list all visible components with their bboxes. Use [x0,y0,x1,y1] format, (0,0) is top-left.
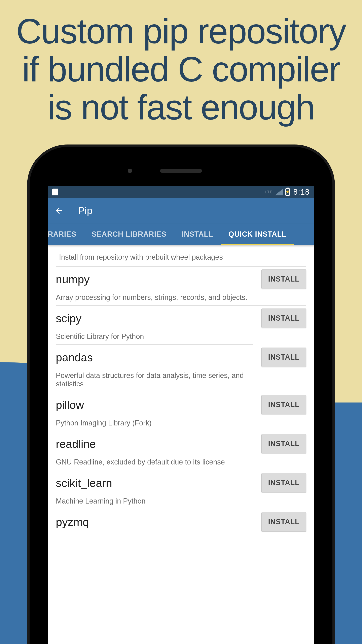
content-area: Install from repository with prebuilt wh… [48,245,314,532]
phone-screen: LTE ⚡ 8:18 Pip RARIES SEARCH LI [48,186,314,644]
package-description: Machine Learning in Python [56,492,253,509]
package-description: GNU Readline, excluded by default due to… [56,454,306,470]
install-button[interactable]: INSTALL [261,308,306,328]
signal-icon [275,188,283,196]
list-item: numpy INSTALL [56,267,306,289]
page-title: Pip [78,205,92,216]
list-item: readline INSTALL [56,431,306,454]
tab-libraries[interactable]: RARIES [48,224,84,245]
back-button[interactable] [54,206,64,216]
list-item: pandas INSTALL [56,345,306,367]
promo-line-3: is not fast enough [0,88,362,126]
tab-bar: RARIES SEARCH LIBRARIES INSTALL QUICK IN… [48,224,314,245]
status-bar: LTE ⚡ 8:18 [48,186,314,198]
phone-earpiece [160,169,202,173]
package-name: pyzmq [56,516,89,528]
install-button[interactable]: INSTALL [261,473,306,492]
list-item: scipy INSTALL [56,306,306,328]
list-item: scikit_learn INSTALL [56,470,306,492]
sd-card-icon [52,188,58,196]
install-button[interactable]: INSTALL [261,348,306,367]
status-time: 8:18 [293,188,310,196]
install-button[interactable]: INSTALL [261,395,306,414]
install-button[interactable]: INSTALL [261,434,306,454]
package-name: pillow [56,398,84,411]
phone-frame: LTE ⚡ 8:18 Pip RARIES SEARCH LI [27,144,335,644]
tab-search-libraries[interactable]: SEARCH LIBRARIES [84,224,174,245]
package-name: numpy [56,273,90,286]
package-name: scipy [56,312,82,325]
arrow-left-icon [54,206,64,216]
tab-quick-install[interactable]: QUICK INSTALL [221,224,294,245]
battery-icon: ⚡ [285,188,290,196]
install-button[interactable]: INSTALL [261,270,306,289]
package-name: scikit_learn [56,476,112,490]
charging-icon: ⚡ [285,190,290,194]
package-description: Powerful data structures for data analys… [56,367,253,392]
promo-line-2: if bundled C compiler [0,50,362,88]
list-item: pyzmq INSTALL [56,509,306,532]
promo-line-1: Custom pip repository [0,12,362,50]
package-name: readline [56,437,96,450]
app-bar: Pip [48,198,314,224]
phone-sensor [128,169,132,173]
intro-text: Install from repository with prebuilt wh… [56,251,306,267]
list-item: pillow INSTALL [56,392,306,414]
promo-headline: Custom pip repository if bundled C compi… [0,12,362,126]
package-description: Scientific Library for Python [56,328,253,345]
package-name: pandas [56,351,93,364]
package-description: Python Imaging Library (Fork) [56,414,253,431]
package-description: Array processing for numbers, strings, r… [56,289,306,306]
install-button[interactable]: INSTALL [261,512,306,532]
tab-install[interactable]: INSTALL [174,224,221,245]
network-lte-icon: LTE [265,190,272,194]
